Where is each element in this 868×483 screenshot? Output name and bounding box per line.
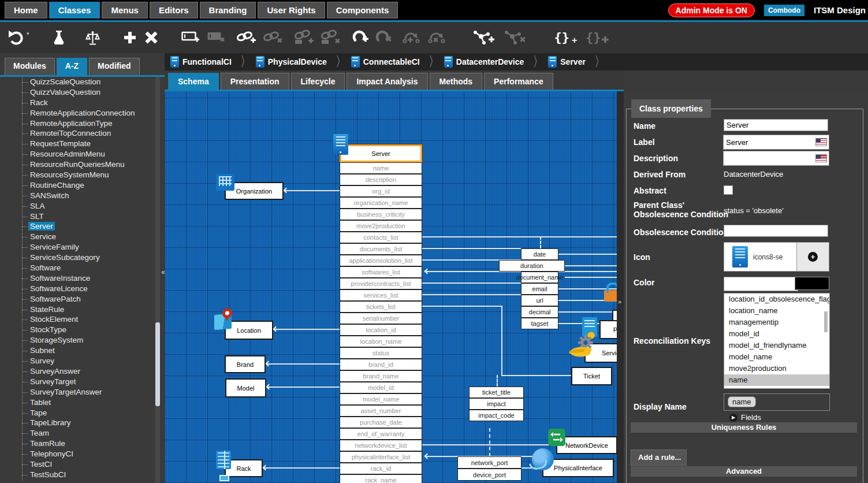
attribute-type-box[interactable]: email <box>521 283 558 295</box>
class-list-item[interactable]: TestSubCI <box>0 470 152 480</box>
class-list-item[interactable]: SoftwarePatch <box>0 294 152 304</box>
name-input[interactable] <box>724 119 828 131</box>
sidebar-scrollbar[interactable] <box>155 77 160 483</box>
server-field[interactable]: softwares_list <box>340 266 422 278</box>
reconciliation-key-item[interactable]: move2production <box>724 363 829 374</box>
delete-transition-button[interactable] <box>427 25 447 50</box>
ticket-class-box[interactable]: Ticket <box>571 367 612 385</box>
attribute-type-box[interactable]: duration <box>499 260 565 272</box>
add-lifecycle-button[interactable] <box>352 25 370 50</box>
description-input[interactable] <box>725 153 814 164</box>
server-field[interactable]: providercontracts_list <box>340 278 422 289</box>
class-list-item[interactable]: ServiceFamily <box>0 242 152 252</box>
class-list-item[interactable]: StateRule <box>0 304 152 315</box>
top-nav-tab[interactable]: Menus <box>102 2 148 18</box>
add-linkset-button[interactable] <box>293 25 314 50</box>
content-tab[interactable]: Performance <box>484 73 553 90</box>
class-list-item[interactable]: Software <box>0 263 152 273</box>
panel-splitter[interactable]: » <box>617 91 624 483</box>
providercontract-class-box[interactable]: P <box>599 320 617 339</box>
attribute-type-box[interactable]: date <box>521 248 558 260</box>
breadcrumb-item[interactable]: PhysicalDevice 〉 <box>256 56 351 68</box>
uniqueness-rules-header[interactable]: Uniqueness Rules <box>631 422 857 433</box>
server-field[interactable]: contacts_list <box>340 232 422 243</box>
attribute-type-box[interactable]: decimal <box>521 306 558 318</box>
class-list-item[interactable]: RemoteiTopConnection <box>0 128 152 139</box>
abstract-checkbox[interactable] <box>724 185 733 195</box>
sidebar-scrollbar-thumb[interactable] <box>155 322 160 406</box>
top-nav-tab[interactable]: Editors <box>150 2 198 18</box>
fields-link[interactable]: ▶ Fields <box>729 413 761 422</box>
top-nav-tab[interactable]: Classes <box>49 2 100 18</box>
add-link-button[interactable] <box>236 25 256 50</box>
display-name-box[interactable]: name <box>724 393 830 411</box>
breadcrumb-item[interactable]: ConnectableCI 〉 <box>351 56 444 68</box>
class-list-item[interactable]: SurveyTarget <box>0 377 152 387</box>
label-input[interactable] <box>725 136 814 148</box>
class-list-item[interactable]: StockType <box>0 325 152 335</box>
server-field[interactable]: end_of_warranty <box>340 428 422 440</box>
server-class-header[interactable]: Server <box>340 144 422 162</box>
combodo-badge[interactable]: Combodo <box>764 5 804 16</box>
class-list-item[interactable]: RemoteApplicationConnection <box>0 108 152 118</box>
display-name-tag[interactable]: name <box>728 396 756 407</box>
content-tab[interactable]: Lifecycle <box>291 73 345 90</box>
class-list-item[interactable]: QuizzScaleQuestion <box>0 77 152 87</box>
attribute-type-box[interactable]: tagset <box>521 318 558 329</box>
icon-upload-button[interactable]: + <box>796 242 829 272</box>
ticket-field-box[interactable]: impact <box>469 398 524 410</box>
delete-class-button[interactable] <box>144 25 158 50</box>
reconciliation-key-item[interactable]: model_name <box>724 351 829 363</box>
server-field[interactable]: brand_id <box>340 359 422 370</box>
port-field-box[interactable]: device_port <box>457 469 521 481</box>
server-field[interactable]: rack_name <box>340 474 422 483</box>
class-list-item[interactable]: SurveyTargetAnswer <box>0 387 152 397</box>
class-list-item[interactable]: SoftwareInstance <box>0 273 152 284</box>
breadcrumb-item[interactable]: Server 〉 <box>548 56 610 68</box>
schema-canvas[interactable]: Server namedescriptionorg_idorganization… <box>165 91 617 483</box>
advanced-header[interactable]: Advanced <box>631 466 857 477</box>
server-field[interactable]: model_name <box>340 393 422 405</box>
reconciliation-key-item[interactable]: model_id_friendlyname <box>724 340 829 351</box>
server-field[interactable]: asset_number <box>340 405 422 417</box>
server-field[interactable]: networkdevice_list <box>340 440 422 451</box>
class-list-item[interactable]: RemoteApplicationType <box>0 118 152 129</box>
breadcrumb-item[interactable]: FunctionalCI 〉 <box>170 56 256 68</box>
compare-button[interactable] <box>85 25 100 50</box>
test-button[interactable] <box>51 25 66 50</box>
top-nav-tab[interactable]: Home <box>5 2 47 18</box>
attribute-type-box[interactable]: document_name <box>521 272 558 283</box>
port-field-box[interactable]: network_port <box>457 456 521 469</box>
reconciliation-key-item[interactable]: name <box>724 374 829 386</box>
brand-class-box[interactable]: Brand <box>225 355 266 373</box>
class-list-item[interactable]: TestCI <box>0 459 152 470</box>
class-list-item[interactable]: Tablet <box>0 397 152 408</box>
ticket-field-box[interactable]: ticket_title <box>469 387 524 398</box>
breadcrumb-item[interactable]: DatacenterDevice 〉 <box>444 56 549 68</box>
server-field[interactable]: location_id <box>340 324 422 336</box>
class-list-item[interactable]: Server <box>0 221 152 232</box>
delete-link-button[interactable] <box>262 25 283 50</box>
class-list-item[interactable]: TelephonyCI <box>0 449 152 459</box>
undo-history-caret-icon[interactable]: ▾ <box>27 31 29 36</box>
class-list-item[interactable]: SoftwareLicence <box>0 284 152 294</box>
reconciliation-key-item[interactable]: location_id_obsolescence_flag <box>724 293 829 305</box>
top-nav-tab[interactable]: User Rights <box>258 2 325 18</box>
delete-lifecycle-button[interactable] <box>375 25 393 50</box>
delete-field-button[interactable] <box>207 25 225 50</box>
server-field[interactable]: status <box>340 347 422 359</box>
top-nav-tab[interactable]: Components <box>327 2 398 18</box>
content-tab[interactable]: Impact Analysis <box>347 73 427 90</box>
class-list-item[interactable]: StorageSystem <box>0 335 152 345</box>
class-list-item[interactable]: TeamRule <box>0 439 152 449</box>
add-method-button[interactable]: {}＋ <box>554 25 579 50</box>
server-field[interactable]: business_criticity <box>340 209 422 220</box>
reconciliation-key-item[interactable]: model_id <box>724 328 829 340</box>
server-field[interactable]: physicalinterface_list <box>340 451 422 463</box>
class-list-item[interactable]: SLA <box>0 201 152 211</box>
server-field[interactable]: purchase_date <box>340 417 422 428</box>
sidebar-tab[interactable]: Modules <box>5 58 55 75</box>
server-field[interactable]: documents_list <box>340 243 422 255</box>
sidebar-tab[interactable]: Modified <box>89 58 140 75</box>
reconciliation-key-item[interactable]: managementip <box>724 317 829 328</box>
